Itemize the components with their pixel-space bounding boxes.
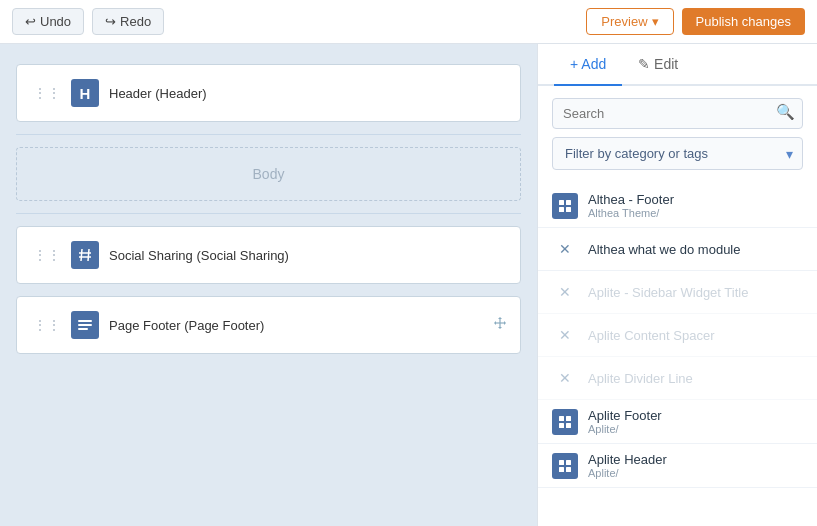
search-input[interactable] bbox=[552, 98, 803, 129]
aplite-sidebar-text: Aplite - Sidebar Widget Title bbox=[588, 285, 748, 300]
tab-edit-label: ✎ Edit bbox=[638, 56, 678, 72]
aplite-header-sub: Aplite/ bbox=[588, 467, 667, 479]
redo-icon: ↪ bbox=[105, 14, 116, 29]
aplite-header-name: Aplite Header bbox=[588, 452, 667, 467]
aplite-footer-name: Aplite Footer bbox=[588, 408, 662, 423]
body-label: Body bbox=[253, 166, 285, 182]
move-icon bbox=[492, 315, 508, 335]
top-bar: ↩ Undo ↪ Redo Preview ▾ Publish changes bbox=[0, 0, 817, 44]
svg-rect-17 bbox=[559, 460, 564, 465]
svg-rect-5 bbox=[78, 324, 92, 326]
search-icon: 🔍 bbox=[776, 103, 795, 120]
svg-rect-6 bbox=[78, 328, 88, 330]
top-bar-left: ↩ Undo ↪ Redo bbox=[12, 8, 164, 35]
search-container: 🔍 bbox=[538, 86, 817, 137]
filter-dropdown[interactable]: Filter by category or tags All categorie… bbox=[552, 137, 803, 170]
aplite-footer-text: Aplite Footer Aplite/ bbox=[588, 408, 662, 435]
redo-label: Redo bbox=[120, 14, 151, 29]
svg-line-1 bbox=[88, 249, 89, 261]
svg-rect-14 bbox=[566, 416, 571, 421]
widget-block-social[interactable]: ⋮⋮ Social Sharing (Social Sharing) bbox=[16, 226, 521, 284]
preview-button[interactable]: Preview ▾ bbox=[586, 8, 673, 35]
svg-rect-11 bbox=[559, 207, 564, 212]
svg-rect-9 bbox=[559, 200, 564, 205]
footer-widget-label: Page Footer (Page Footer) bbox=[109, 318, 264, 333]
redo-button[interactable]: ↪ Redo bbox=[92, 8, 164, 35]
aplite-header-icon bbox=[552, 453, 578, 479]
header-widget-icon: H bbox=[71, 79, 99, 107]
separator-top bbox=[16, 134, 521, 135]
widget-list: Althea - Footer Althea Theme/ ✕ Althea w… bbox=[538, 180, 817, 526]
widget-block-header[interactable]: ⋮⋮ H Header (Header) bbox=[16, 64, 521, 122]
aplite-footer-icon bbox=[552, 409, 578, 435]
drag-handle[interactable]: ⋮⋮ bbox=[33, 85, 61, 101]
undo-label: Undo bbox=[40, 14, 71, 29]
svg-line-0 bbox=[81, 249, 82, 261]
aplite-sidebar-name: Aplite - Sidebar Widget Title bbox=[588, 285, 748, 300]
aplite-spacer-name: Aplite Content Spacer bbox=[588, 328, 714, 343]
chevron-down-icon: ▾ bbox=[652, 14, 659, 29]
list-item-aplite-sidebar: ✕ Aplite - Sidebar Widget Title bbox=[538, 271, 817, 314]
list-item-althea-footer[interactable]: Althea - Footer Althea Theme/ bbox=[538, 184, 817, 228]
left-panel: ⋮⋮ H Header (Header) Body ⋮⋮ Social Shar… bbox=[0, 44, 537, 526]
list-item-aplite-divider: ✕ Aplite Divider Line bbox=[538, 357, 817, 400]
list-item-aplite-spacer: ✕ Aplite Content Spacer bbox=[538, 314, 817, 357]
aplite-header-text: Aplite Header Aplite/ bbox=[588, 452, 667, 479]
list-item-althea-wwd[interactable]: ✕ Althea what we do module bbox=[538, 228, 817, 271]
svg-rect-15 bbox=[559, 423, 564, 428]
aplite-divider-name: Aplite Divider Line bbox=[588, 371, 693, 386]
undo-icon: ↩ bbox=[25, 14, 36, 29]
drag-handle-social[interactable]: ⋮⋮ bbox=[33, 247, 61, 263]
tab-add-label: + Add bbox=[570, 56, 606, 72]
aplite-spacer-text: Aplite Content Spacer bbox=[588, 328, 714, 343]
list-item-aplite-footer[interactable]: Aplite Footer Aplite/ bbox=[538, 400, 817, 444]
svg-rect-12 bbox=[566, 207, 571, 212]
aplite-spacer-icon: ✕ bbox=[552, 322, 578, 348]
undo-button[interactable]: ↩ Undo bbox=[12, 8, 84, 35]
aplite-divider-text: Aplite Divider Line bbox=[588, 371, 693, 386]
social-widget-label: Social Sharing (Social Sharing) bbox=[109, 248, 289, 263]
tab-add[interactable]: + Add bbox=[554, 44, 622, 86]
aplite-footer-sub: Aplite/ bbox=[588, 423, 662, 435]
svg-rect-18 bbox=[566, 460, 571, 465]
body-placeholder: Body bbox=[16, 147, 521, 201]
main-layout: ⋮⋮ H Header (Header) Body ⋮⋮ Social Shar… bbox=[0, 44, 817, 526]
althea-footer-text: Althea - Footer Althea Theme/ bbox=[588, 192, 674, 219]
header-widget-label: Header (Header) bbox=[109, 86, 207, 101]
list-item-aplite-header[interactable]: Aplite Header Aplite/ bbox=[538, 444, 817, 488]
filter-container: Filter by category or tags All categorie… bbox=[538, 137, 817, 180]
althea-wwd-name: Althea what we do module bbox=[588, 242, 740, 257]
svg-rect-10 bbox=[566, 200, 571, 205]
filter-wrapper: Filter by category or tags All categorie… bbox=[552, 137, 803, 170]
drag-handle-footer[interactable]: ⋮⋮ bbox=[33, 317, 61, 333]
top-bar-right: Preview ▾ Publish changes bbox=[586, 8, 805, 35]
tab-edit[interactable]: ✎ Edit bbox=[622, 44, 694, 86]
svg-rect-20 bbox=[566, 467, 571, 472]
tabs: + Add ✎ Edit bbox=[538, 44, 817, 86]
althea-footer-sub: Althea Theme/ bbox=[588, 207, 674, 219]
svg-rect-16 bbox=[566, 423, 571, 428]
separator-bottom bbox=[16, 213, 521, 214]
footer-widget-icon bbox=[71, 311, 99, 339]
search-icon-button[interactable]: 🔍 bbox=[776, 103, 795, 121]
aplite-sidebar-icon: ✕ bbox=[552, 279, 578, 305]
publish-button[interactable]: Publish changes bbox=[682, 8, 805, 35]
svg-rect-19 bbox=[559, 467, 564, 472]
right-panel: + Add ✎ Edit 🔍 Filter by category or tag… bbox=[537, 44, 817, 526]
widget-block-page-footer[interactable]: ⋮⋮ Page Footer (Page Footer) bbox=[16, 296, 521, 354]
svg-rect-4 bbox=[78, 320, 92, 322]
social-widget-icon bbox=[71, 241, 99, 269]
preview-label: Preview bbox=[601, 14, 647, 29]
aplite-divider-icon: ✕ bbox=[552, 365, 578, 391]
althea-footer-name: Althea - Footer bbox=[588, 192, 674, 207]
althea-wwd-icon: ✕ bbox=[552, 236, 578, 262]
svg-rect-13 bbox=[559, 416, 564, 421]
publish-label: Publish changes bbox=[696, 14, 791, 29]
althea-wwd-text: Althea what we do module bbox=[588, 242, 740, 257]
althea-footer-icon bbox=[552, 193, 578, 219]
